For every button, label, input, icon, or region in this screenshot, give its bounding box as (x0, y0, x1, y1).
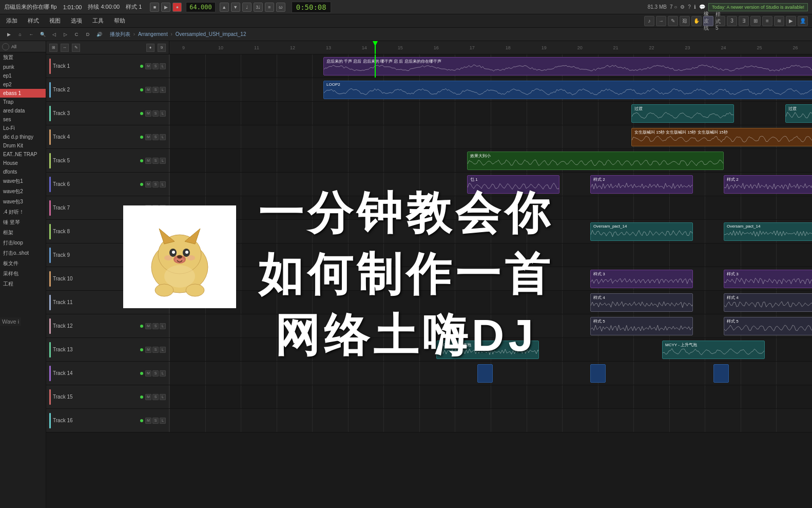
track-btn-l-3[interactable]: L (160, 110, 166, 117)
track-btn-s-13[interactable]: S (152, 347, 159, 353)
track-btn-s-6[interactable]: S (152, 181, 159, 187)
sidebar-item-hammerpiano[interactable]: 锤 竖琴 (0, 217, 46, 228)
clip-6-1[interactable]: 样式 2 (590, 175, 693, 194)
tool-snap[interactable]: ∃ (739, 16, 749, 26)
tool-fx2[interactable]: ≋ (774, 16, 784, 26)
clip-10-1[interactable]: 样式 3 (724, 270, 812, 288)
clip-8-1[interactable]: Oversam_pact_14 (724, 222, 812, 241)
track-header-pencil[interactable]: ✎ (72, 44, 80, 52)
track-content-7[interactable] (169, 196, 812, 219)
track-content-13[interactable]: MCYY - 上升气泡MCYY - 上升气泡 (169, 338, 812, 361)
track-btn-l-15[interactable]: L (160, 394, 166, 400)
mixer-button[interactable]: ≡ (265, 3, 274, 12)
track-btn-m-12[interactable]: M (145, 323, 151, 329)
track-content-12[interactable]: 样式 5样式 5样式 5 (169, 314, 812, 337)
tempo-down[interactable]: ▼ (231, 3, 240, 12)
play-button[interactable]: ▶ (161, 3, 170, 12)
clip-5-0[interactable]: 效果大到小 (467, 152, 724, 170)
track-btn-l-16[interactable]: L (160, 418, 166, 424)
track-btn-s-1[interactable]: S (152, 63, 159, 69)
track-content-4[interactable]: 女生版喊叫 15秒 女生版喊叫 15秒 女生版喊叫 15秒 (169, 125, 812, 148)
track-btn-m-16[interactable]: M (145, 418, 151, 424)
track-btn-m-14[interactable]: M (145, 370, 151, 377)
settings-icon[interactable]: ⚙ (680, 4, 685, 10)
track-content-11[interactable]: 样式 4样式 4样式 4 (169, 291, 812, 314)
clip-2-0[interactable]: LOOP2 (323, 81, 812, 99)
track-btn-s-3[interactable]: S (152, 110, 159, 117)
clip-11-1[interactable]: 样式 4 (724, 293, 812, 312)
tool-c[interactable]: C (72, 30, 81, 39)
sidebar-item-hitoshot[interactable]: 打击o..shot (0, 248, 46, 258)
tool-piano[interactable]: ♪ (644, 16, 654, 26)
sidebar-item-ep1[interactable]: ep1 (0, 71, 46, 80)
menu-pattern[interactable]: 样式 (26, 16, 41, 26)
clip-6-0[interactable]: 乜 1 (467, 175, 559, 194)
track-content-8[interactable]: Oversam_pact_14Oversam_pact_14Oversam_pa… (169, 220, 812, 243)
sidebar-item-dicdpthingy[interactable]: dic d.p thingy (0, 133, 46, 141)
speaker-icon[interactable]: 🔊 (94, 30, 104, 39)
home-button[interactable]: ⌂ (15, 30, 25, 39)
track-btn-s-5[interactable]: S (152, 158, 159, 164)
track-header-marker[interactable]: ♦ (146, 44, 154, 52)
track-btn-s-4[interactable]: S (152, 134, 159, 140)
expand-button[interactable]: ▶ (4, 30, 13, 39)
metronome-button[interactable]: ♩ (242, 3, 252, 12)
track-btn-s-14[interactable]: S (152, 370, 159, 377)
clip-13-1[interactable]: MCYY - 上升气泡 (662, 341, 765, 359)
track-content-6[interactable]: 乜 1样式 2样式 2样式 2 (169, 173, 812, 196)
clip-6-2[interactable]: 样式 2 (724, 175, 812, 194)
sidebar-item-samplepack[interactable]: 采样包 (0, 269, 46, 279)
tool-a[interactable]: ◁ (49, 30, 59, 39)
track-btn-s-12[interactable]: S (152, 323, 159, 329)
track-btn-m-4[interactable]: M (145, 134, 151, 140)
sidebar-item-template[interactable]: 板文件 (0, 258, 46, 269)
clip-3-0[interactable]: 过渡 (631, 104, 734, 123)
tool-automation[interactable]: 橡皮线 (703, 16, 713, 26)
chat-icon[interactable]: 💬 (699, 4, 705, 10)
tool-pattern[interactable]: 样式 5 (715, 16, 725, 26)
track-content-14[interactable] (169, 362, 812, 385)
breadcrumb-root[interactable]: 播放列表 (110, 31, 130, 37)
tool-link[interactable]: ⛓ (680, 16, 690, 26)
sidebar-item-dfonts[interactable]: dfonts (0, 167, 46, 176)
clip-13-0[interactable]: MCYY - 上升气泡 (436, 341, 539, 359)
track-content-1[interactable]: 启后来的 千声 启后 启后来的 哪干声 启 后 启后来的你在哪干声 (169, 54, 812, 78)
track-btn-m-15[interactable]: M (145, 394, 151, 400)
track-btn-m-2[interactable]: M (145, 87, 151, 93)
tool-person[interactable]: 👤 (798, 16, 808, 26)
clip-12-1[interactable]: 样式 5 (724, 317, 812, 335)
info-icon[interactable]: ℹ (694, 4, 696, 10)
tool-3[interactable]: 3 (727, 16, 737, 26)
track-content-9[interactable] (169, 243, 812, 267)
track-content-10[interactable]: 样式 3样式 3样式 3 (169, 267, 812, 290)
track-btn-l-12[interactable]: L (160, 323, 166, 329)
sidebar-item-wave1[interactable]: wave包1 (0, 176, 46, 186)
track-btn-m-5[interactable]: M (145, 158, 151, 164)
track-content-3[interactable]: 过渡过渡 (169, 102, 812, 125)
sidebar-item-frame[interactable]: 框架 (0, 228, 46, 238)
clip-12-0[interactable]: 样式 5 (590, 317, 693, 335)
sidebar-item-ses[interactable]: ses (0, 115, 46, 124)
snap-button[interactable]: 3♩ (254, 3, 263, 12)
track-header-arrow[interactable]: ↔ (61, 44, 69, 52)
clip-10-0[interactable]: 样式 3 (590, 270, 693, 288)
tool-pencil[interactable]: ✎ (668, 16, 678, 26)
sidebar-item-preset[interactable]: 预置 (0, 52, 46, 63)
tool-grid[interactable]: ⊞ (750, 16, 761, 26)
tempo-up[interactable]: ▲ (220, 3, 229, 12)
sidebar-item-hitloop[interactable]: 打击loop (0, 238, 46, 248)
tool-b[interactable]: ▷ (61, 30, 70, 39)
track-btn-s-2[interactable]: S (152, 87, 159, 93)
tool-pan[interactable]: ✋ (691, 16, 702, 26)
clip-8-0[interactable]: Oversam_pact_14 (590, 222, 693, 241)
sidebar-search-icon[interactable] (2, 43, 9, 50)
clip-14-1[interactable] (590, 364, 606, 383)
track-btn-l-14[interactable]: L (160, 370, 166, 377)
clip-3-1[interactable]: 过渡 (785, 104, 812, 123)
record-button[interactable]: ● (172, 3, 182, 12)
eq-button[interactable]: ω (276, 3, 285, 12)
track-btn-s-15[interactable]: S (152, 394, 159, 400)
track-btn-m-3[interactable]: M (145, 110, 151, 117)
clip-11-0[interactable]: 样式 4 (590, 293, 693, 312)
clip-4-0[interactable]: 女生版喊叫 15秒 女生版喊叫 15秒 女生版喊叫 15秒 (631, 128, 812, 146)
